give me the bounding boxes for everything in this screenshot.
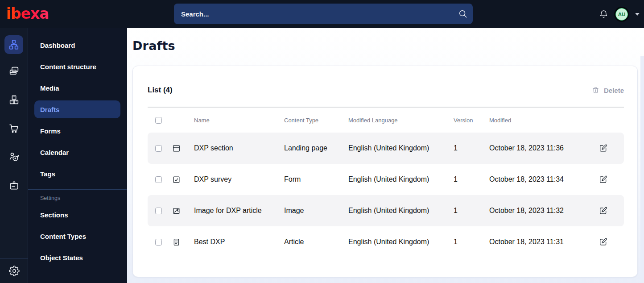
row-modified-language: English (United Kingdom) [348,238,454,246]
column-header-content-type: Content Type [284,117,348,124]
table-row[interactable]: DXP survey Form English (United Kingdom)… [148,164,624,195]
select-all-checkbox[interactable] [155,117,162,124]
edit-icon [599,206,608,215]
sidebar-item-object-states[interactable]: Object States [28,247,127,268]
edit-icon [599,237,608,246]
edit-icon [599,175,608,184]
main-content: Drafts List (4) Delete Name [127,28,644,283]
chevron-down-icon[interactable] [635,13,640,16]
row-version: 1 [454,175,489,183]
rail-item-products[interactable] [4,94,23,105]
rail-item-personalization[interactable] [4,151,23,162]
sidebar-item-content-structure[interactable]: Content structure [28,56,127,77]
column-header-version: Version [454,117,489,124]
sidebar-item-forms[interactable]: Forms [28,120,127,142]
edit-button[interactable] [599,206,617,215]
vertical-scrollbar[interactable] [640,56,644,283]
row-checkbox[interactable] [155,145,162,152]
notifications-button[interactable] [599,9,608,19]
row-name: DXP survey [194,175,284,183]
edit-button[interactable] [599,175,617,184]
row-name: DXP section [194,144,284,152]
top-bar: ibexa AU [0,0,644,28]
bell-icon [599,9,608,19]
edit-button[interactable] [599,237,617,246]
row-modified: October 18, 2023 11:31 [489,238,599,246]
icon-rail [0,28,28,283]
row-checkbox[interactable] [155,208,162,214]
sidebar-item-calendar[interactable]: Calendar [28,142,127,163]
personalization-icon [8,151,20,162]
row-modified: October 18, 2023 11:34 [489,175,599,183]
search-input[interactable] [174,10,453,18]
rail-item-pages[interactable] [4,66,23,76]
cart-icon [8,123,20,134]
table-body: DXP section Landing page English (United… [148,133,624,258]
article-icon [172,238,194,246]
sidebar-item-dashboard[interactable]: Dashboard [28,34,127,56]
sidebar-menu: Dashboard Content structure Media Drafts… [28,28,127,283]
settings-gear-icon [9,266,20,276]
trash-icon [592,86,599,94]
search-icon [458,9,468,19]
landing-page-icon [172,144,194,153]
row-modified-language: English (United Kingdom) [348,207,454,215]
search-button[interactable] [453,4,473,24]
edit-button[interactable] [599,144,617,153]
row-content-type: Image [284,207,348,215]
list-count-heading: List (4) [148,86,173,95]
sidebar-item-media[interactable]: Media [28,77,127,99]
table-header-row: Name Content Type Modified Language Vers… [148,108,624,133]
row-content-type: Article [284,238,348,246]
row-checkbox[interactable] [155,239,162,246]
packages-icon [8,94,20,105]
app-shell: Dashboard Content structure Media Drafts… [0,28,644,283]
row-version: 1 [454,238,489,246]
rail-item-corporate[interactable] [4,180,23,191]
sitemap-icon [8,39,20,50]
table-row[interactable]: Image for DXP article Image English (Uni… [148,195,624,226]
column-header-modified: Modified [489,117,599,124]
rail-item-commerce[interactable] [4,123,23,133]
table-row[interactable]: DXP section Landing page English (United… [148,133,624,164]
column-header-name: Name [194,117,284,124]
row-content-type: Landing page [284,144,348,152]
form-icon [172,175,194,184]
settings-section-label: Settings [28,190,127,204]
delete-button[interactable]: Delete [592,86,624,94]
rail-item-content[interactable] [4,35,23,54]
ibexa-logo[interactable]: ibexa [6,5,49,22]
row-checkbox[interactable] [155,176,162,183]
row-version: 1 [454,207,489,215]
badge-icon [8,180,20,191]
page-title: Drafts [132,39,638,53]
row-content-type: Form [284,175,348,183]
row-name: Image for DXP article [194,207,284,215]
user-avatar[interactable]: AU [615,8,628,21]
row-version: 1 [454,144,489,152]
topbar-right-cluster: AU [599,0,640,28]
edit-icon [599,144,608,153]
row-name: Best DXP [194,238,284,246]
column-header-modified-language: Modified Language [348,117,454,124]
global-search [174,4,473,24]
list-header: List (4) Delete [148,86,624,95]
sidebar-item-content-types[interactable]: Content Types [28,225,127,247]
row-modified-language: English (United Kingdom) [348,175,454,183]
row-modified: October 18, 2023 11:32 [489,207,599,215]
sidebar-item-sections[interactable]: Sections [28,204,127,225]
sidebar-item-tags[interactable]: Tags [28,163,127,184]
sidebar-item-drafts[interactable]: Drafts [34,100,120,118]
pages-icon [8,66,20,77]
drafts-card: List (4) Delete Name Content Type [132,66,638,277]
row-modified: October 18, 2023 11:36 [489,144,599,152]
delete-button-label: Delete [604,87,624,94]
row-modified-language: English (United Kingdom) [348,144,454,152]
table-row[interactable]: Best DXP Article English (United Kingdom… [148,226,624,258]
rail-item-admin[interactable] [0,258,28,283]
image-icon [172,207,194,215]
